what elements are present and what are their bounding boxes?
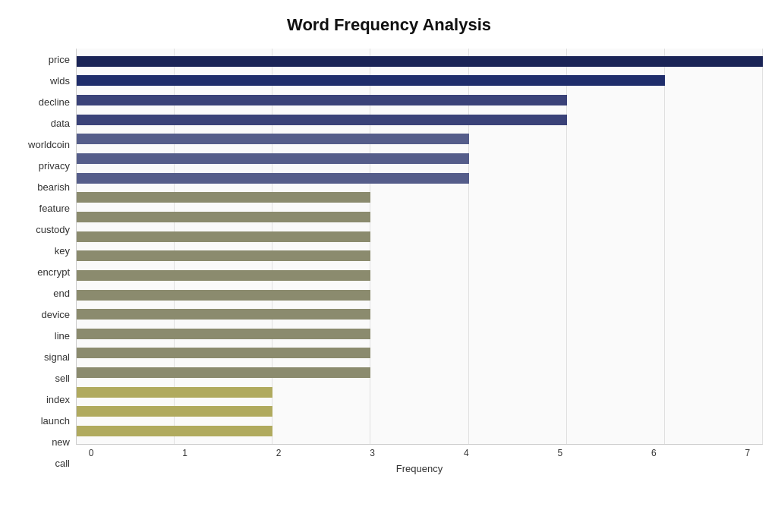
y-label: key [55,243,70,258]
bar [77,250,370,261]
x-tick: 7 [732,448,763,458]
bar-row [77,346,763,360]
y-label: feature [39,200,70,216]
y-label: data [51,115,70,131]
x-axis: 01234567 Frequency [76,445,763,474]
bar [77,134,469,144]
bar-row [77,74,763,87]
bar-row [77,210,763,224]
y-label: call [55,456,70,471]
y-label: device [41,307,70,323]
bar [77,426,272,436]
bar [77,95,567,105]
bar [77,406,272,417]
x-tick: 5 [545,448,575,458]
y-label: price [49,52,70,67]
chart-area: pricewldsdeclinedataworldcoinprivacybear… [15,49,763,474]
x-ticks: 01234567 [76,448,763,460]
bar [77,231,370,242]
x-tick: 3 [358,448,388,458]
bar [77,309,370,320]
bar-row [77,269,763,282]
bar [77,212,370,222]
bar [77,192,370,203]
chart-container: Word Frequency Analysis pricewldsdecline… [0,0,778,532]
bar-row [77,113,763,127]
y-label: line [55,329,70,344]
y-label: sell [55,371,70,386]
bar-rows [77,49,763,444]
y-label: decline [39,94,70,109]
bar [77,115,567,125]
bar-row [77,172,763,185]
y-label: index [46,392,70,408]
bar-row [77,288,763,302]
y-axis: pricewldsdeclinedataworldcoinprivacybear… [15,49,76,474]
bar-row [77,55,763,68]
bar-row [77,190,763,204]
bar [77,75,665,86]
bar-row [77,152,763,165]
y-label: custody [36,222,70,237]
bars-and-x: 01234567 Frequency [76,49,763,474]
y-label: wlds [50,73,70,88]
x-tick: 2 [263,448,294,458]
bar [77,153,469,164]
y-label: end [53,286,70,301]
bar-row [77,366,763,379]
bar-row [77,132,763,146]
bar [77,329,370,339]
bar [77,290,370,301]
bar-row [77,307,763,321]
x-axis-label: Frequency [76,463,763,474]
x-tick: 0 [76,448,106,458]
y-label: worldcoin [28,137,70,152]
bar-row [77,327,763,341]
y-label: new [52,435,70,450]
bar-row [77,249,763,263]
bar [77,367,370,378]
bar-row [77,93,763,107]
bar [77,56,763,67]
bar [77,270,370,281]
x-tick: 1 [170,448,200,458]
y-label: launch [41,414,70,429]
bar-row [77,405,763,418]
bars-area [76,49,763,445]
x-tick: 4 [451,448,481,458]
bar [77,348,370,358]
bar-row [77,386,763,399]
y-label: signal [44,350,70,365]
chart-title: Word Frequency Analysis [15,15,763,35]
bar [77,387,272,398]
y-label: bearish [37,179,70,194]
y-label: privacy [39,158,70,173]
bar [77,173,469,184]
bar-row [77,230,763,244]
x-tick: 6 [638,448,669,458]
y-label: encrypt [37,264,70,279]
bar-row [77,424,763,438]
